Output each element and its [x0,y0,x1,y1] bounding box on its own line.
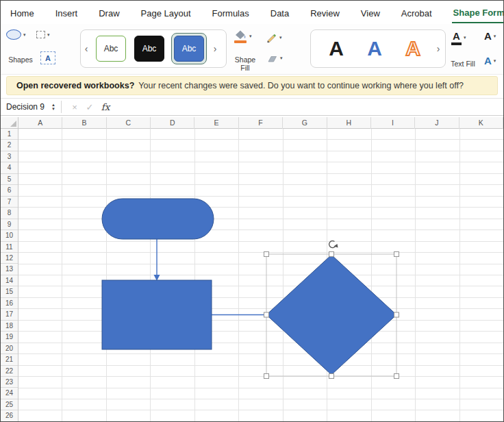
grid-cells[interactable] [18,129,503,421]
text-outline-button[interactable]: A ▾ [484,31,496,41]
column-header[interactable]: C [107,117,151,129]
row-header[interactable]: 24 [1,388,18,399]
resize-handle-ne[interactable] [394,252,399,257]
ribbon-tab[interactable]: Acrobat [400,3,433,23]
gallery-next-icon[interactable]: › [210,43,220,54]
row-header[interactable]: 1 [1,129,18,140]
shape-style-swatch-2[interactable]: Abc [134,36,164,62]
shape-outline-button[interactable]: ▾ [266,32,282,42]
dropdown-caret-icon: ▾ [279,35,282,40]
shape-styles-gallery: ‹ Abc Abc Abc › [80,29,227,68]
resize-handle-e[interactable] [394,312,399,317]
insert-function-icon[interactable]: fx [97,101,114,112]
ribbon-tabs: HomeInsertDrawPage LayoutFormulasDataRev… [1,1,503,24]
row-header[interactable]: 14 [1,275,18,286]
text-effects-icon: A [484,55,492,66]
column-header[interactable]: K [459,117,503,129]
flowchart-process-shape[interactable] [102,280,212,349]
row-header[interactable]: 20 [1,343,18,354]
row-header[interactable]: 12 [1,253,18,264]
row-header[interactable]: 3 [1,151,18,162]
dropdown-caret-icon: ▾ [280,55,283,61]
banner-bold-text: Open recovered workbooks? [16,81,134,90]
ribbon-tab[interactable]: Page Layout [140,3,192,23]
row-header[interactable]: 26 [1,410,18,421]
row-header[interactable]: 16 [1,298,18,309]
ribbon-tab[interactable]: Formulas [211,3,251,23]
banner-text: Your recent changes were saved. Do you w… [138,81,464,90]
formula-input[interactable] [114,99,503,115]
wordart-style-3[interactable]: A [397,32,429,66]
insert-shape-button[interactable]: ▾ [6,29,26,40]
gallery-next-icon[interactable]: › [433,43,444,54]
resize-handle-se[interactable] [394,374,399,379]
row-header[interactable]: 2 [1,140,18,151]
select-all-corner[interactable] [1,117,18,129]
shape-style-swatch-3[interactable]: Abc [174,36,204,62]
shape-fill-button[interactable]: ▾ [234,29,252,43]
row-header[interactable]: 18 [1,321,18,332]
resize-handle-w[interactable] [264,312,269,317]
row-header[interactable]: 19 [1,332,18,343]
accept-icon[interactable]: ✓ [82,102,97,112]
ribbon-tab[interactable]: Review [309,3,341,23]
shape-style-swatch-1[interactable]: Abc [96,36,126,62]
row-header[interactable]: 23 [1,377,18,388]
ribbon-tab[interactable]: Shape Format [452,2,504,23]
row-header[interactable]: 8 [1,208,18,219]
name-box[interactable] [1,99,49,115]
column-header[interactable]: H [327,117,371,129]
ribbon-tab[interactable]: Data [269,3,290,23]
column-header[interactable]: I [371,117,415,129]
row-header[interactable]: 7 [1,197,18,208]
shape-fill-label-line1: Shape [227,55,264,64]
effects-icon [266,54,278,62]
wordart-style-2[interactable]: A [359,32,390,66]
resize-handle-s[interactable] [329,374,334,379]
row-header[interactable]: 11 [1,242,18,253]
wordart-style-1[interactable]: A [320,32,352,66]
draw-textbox-button[interactable]: A [40,51,55,64]
text-fill-button[interactable]: A ▾ [451,31,466,45]
shape-fill-label: Shape Fill [227,55,264,72]
column-header[interactable]: F [239,117,283,129]
resize-handle-sw[interactable] [264,374,269,379]
row-header[interactable]: 21 [1,354,18,365]
ribbon-tab[interactable]: View [360,3,381,23]
row-header[interactable]: 10 [1,230,18,241]
dropdown-caret-icon: ▾ [464,35,466,40]
recovered-workbooks-banner: Open recovered workbooks? Your recent ch… [6,76,498,95]
wordart-styles-gallery: A A A › [310,29,446,68]
column-header[interactable]: E [194,117,238,129]
row-header[interactable]: 17 [1,309,18,320]
row-header[interactable]: 5 [1,174,18,185]
column-header[interactable]: G [283,117,327,129]
row-header[interactable]: 6 [1,185,18,196]
cancel-icon[interactable]: × [67,102,82,112]
gallery-prev-icon[interactable]: ‹ [81,43,92,54]
column-header[interactable]: B [62,117,106,129]
row-header[interactable]: 13 [1,264,18,275]
row-header[interactable]: 15 [1,286,18,297]
spinner-down-icon[interactable]: ▼ [49,107,58,111]
text-effects-button[interactable]: A ▾ [484,55,496,66]
flowchart-terminator-shape[interactable] [102,199,214,239]
row-header[interactable]: 9 [1,219,18,230]
row-headers: 1234567891011121314151617181920212223242… [1,129,18,421]
row-header[interactable]: 22 [1,366,18,377]
text-fill-icon: A [451,31,462,45]
ribbon-tab[interactable]: Draw [97,3,121,23]
dropdown-caret-icon: ▾ [494,34,496,39]
ribbon-tab[interactable]: Home [9,3,36,23]
row-header[interactable]: 25 [1,399,18,410]
resize-handle-nw[interactable] [264,252,269,257]
select-objects-button[interactable]: ▾ [36,31,50,38]
resize-handle-n[interactable] [329,252,334,257]
column-header[interactable]: A [18,117,62,129]
shape-effects-button[interactable]: ▾ [266,54,283,62]
column-header[interactable]: J [415,117,459,129]
column-header[interactable]: D [151,117,194,129]
ribbon-tab[interactable]: Insert [54,3,79,23]
name-box-spinner[interactable]: ▲ ▼ [49,99,58,115]
row-header[interactable]: 4 [1,162,18,173]
